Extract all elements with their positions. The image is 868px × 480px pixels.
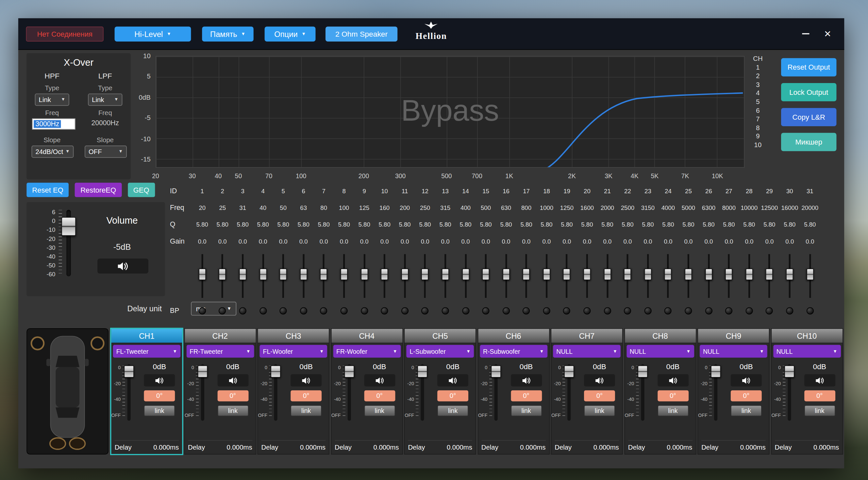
slider-thumb[interactable] bbox=[422, 269, 429, 280]
mute-button[interactable] bbox=[144, 374, 175, 387]
output-button[interactable]: Reset Output bbox=[781, 58, 836, 77]
channel-header[interactable]: CH2 bbox=[185, 329, 255, 343]
band-gain-slider[interactable] bbox=[658, 250, 678, 302]
bypass-button[interactable] bbox=[199, 307, 206, 314]
slider-thumb[interactable] bbox=[381, 269, 388, 280]
bypass-button[interactable] bbox=[503, 307, 510, 314]
band-gain-slider[interactable] bbox=[476, 250, 496, 302]
bypass-button[interactable] bbox=[806, 307, 813, 314]
ch-list-item[interactable]: 7 bbox=[750, 115, 765, 124]
band-gain-slider[interactable] bbox=[739, 250, 759, 302]
speaker-select[interactable]: FL-Tweeter ▼ bbox=[113, 345, 181, 358]
band-gain-slider[interactable] bbox=[435, 250, 456, 302]
speaker-select[interactable]: NULL ▼ bbox=[700, 345, 767, 358]
bypass-button[interactable] bbox=[523, 307, 530, 314]
band-gain-slider[interactable] bbox=[617, 250, 638, 302]
mute-button[interactable] bbox=[657, 374, 688, 387]
slider-thumb[interactable] bbox=[219, 269, 226, 280]
band-gain-slider[interactable] bbox=[759, 250, 779, 302]
phase-button[interactable]: 0° bbox=[584, 390, 615, 401]
ch-list-item[interactable]: 2 bbox=[750, 72, 765, 81]
link-button[interactable]: link bbox=[290, 405, 321, 416]
speaker-select[interactable]: FL-Woofer ▼ bbox=[259, 345, 327, 358]
channel-header[interactable]: CH6 bbox=[478, 329, 549, 343]
fader-thumb[interactable] bbox=[417, 365, 427, 378]
slider-thumb[interactable] bbox=[300, 269, 307, 280]
phase-button[interactable]: 0° bbox=[217, 390, 248, 401]
bypass-button[interactable] bbox=[644, 307, 651, 314]
band-gain-slider[interactable] bbox=[699, 250, 719, 302]
speaker-select[interactable]: R-Subwoofer ▼ bbox=[480, 345, 548, 358]
bypass-button[interactable] bbox=[300, 307, 307, 314]
bypass-button[interactable] bbox=[543, 307, 550, 314]
bypass-button[interactable] bbox=[401, 307, 408, 314]
bypass-button[interactable] bbox=[462, 307, 469, 314]
band-gain-slider[interactable] bbox=[779, 250, 800, 302]
bypass-button[interactable] bbox=[685, 307, 692, 314]
menu-button[interactable]: Опции ▼ bbox=[265, 27, 316, 41]
close-button[interactable]: × bbox=[820, 26, 835, 41]
band-gain-slider[interactable] bbox=[537, 250, 557, 302]
speaker-select[interactable]: FR-Tweeter ▼ bbox=[186, 345, 254, 358]
fader-thumb[interactable] bbox=[344, 365, 354, 378]
eq-action-button[interactable]: GEQ bbox=[128, 183, 155, 197]
ch-list-item[interactable]: 1 bbox=[750, 63, 765, 72]
channel-fader[interactable] bbox=[201, 364, 204, 421]
output-button[interactable]: Lock Output bbox=[781, 83, 836, 101]
channel-fader[interactable] bbox=[567, 364, 570, 421]
band-gain-slider[interactable] bbox=[212, 250, 233, 302]
plot-area[interactable]: Bypass bbox=[156, 56, 744, 168]
mute-button[interactable] bbox=[217, 374, 248, 387]
slider-thumb[interactable] bbox=[624, 269, 631, 280]
slider-thumb[interactable] bbox=[523, 269, 530, 280]
band-gain-slider[interactable] bbox=[496, 250, 516, 302]
fader-thumb[interactable] bbox=[711, 365, 721, 378]
link-button[interactable]: link bbox=[584, 405, 615, 416]
channel-header[interactable]: CH9 bbox=[698, 329, 769, 343]
slider-thumb[interactable] bbox=[583, 269, 591, 280]
bypass-button[interactable] bbox=[219, 307, 226, 314]
band-gain-slider[interactable] bbox=[192, 250, 212, 302]
phase-button[interactable]: 0° bbox=[804, 390, 835, 401]
fader-thumb[interactable] bbox=[271, 365, 280, 378]
slider-thumb[interactable] bbox=[239, 269, 246, 280]
slider-thumb[interactable] bbox=[705, 269, 712, 280]
minimize-button[interactable] bbox=[798, 26, 813, 41]
channel-fader[interactable] bbox=[127, 364, 131, 421]
slider-thumb[interactable] bbox=[543, 269, 550, 280]
bypass-button[interactable] bbox=[381, 307, 388, 314]
fader-thumb[interactable] bbox=[564, 365, 574, 378]
slider-thumb[interactable] bbox=[442, 269, 449, 280]
band-gain-slider[interactable] bbox=[374, 250, 395, 302]
link-button[interactable]: link bbox=[144, 405, 175, 416]
slider-thumb[interactable] bbox=[725, 269, 733, 280]
slider-thumb[interactable] bbox=[259, 269, 267, 280]
speaker-select[interactable]: NULL ▼ bbox=[626, 345, 694, 358]
channel-header[interactable]: CH3 bbox=[258, 329, 329, 343]
link-button[interactable]: link bbox=[437, 405, 468, 416]
ch-list-item[interactable]: 9 bbox=[750, 132, 765, 141]
slider-thumb[interactable] bbox=[483, 269, 490, 280]
slider-thumb[interactable] bbox=[806, 269, 813, 280]
channel-header[interactable]: CH5 bbox=[405, 329, 475, 343]
phase-button[interactable]: 0° bbox=[657, 390, 688, 401]
band-gain-slider[interactable] bbox=[314, 250, 334, 302]
mute-button[interactable] bbox=[731, 374, 762, 387]
slider-thumb[interactable] bbox=[361, 269, 368, 280]
band-gain-slider[interactable] bbox=[719, 250, 739, 302]
slider-thumb[interactable] bbox=[644, 269, 651, 280]
slider-thumb[interactable] bbox=[563, 269, 570, 280]
phase-button[interactable]: 0° bbox=[437, 390, 468, 401]
channel-header[interactable]: CH4 bbox=[331, 329, 402, 343]
band-gain-slider[interactable] bbox=[395, 250, 415, 302]
fader-thumb[interactable] bbox=[197, 365, 207, 378]
bypass-button[interactable] bbox=[583, 307, 591, 314]
phase-button[interactable]: 0° bbox=[364, 390, 395, 401]
channel-header[interactable]: CH1 bbox=[111, 329, 182, 343]
phase-button[interactable]: 0° bbox=[511, 390, 542, 401]
speaker-select[interactable]: L-Subwoofer ▼ bbox=[406, 345, 474, 358]
link-button[interactable]: link bbox=[657, 405, 688, 416]
output-button[interactable]: Copy L&R bbox=[781, 108, 836, 126]
bypass-button[interactable] bbox=[766, 307, 773, 314]
channel-fader[interactable] bbox=[421, 364, 424, 421]
